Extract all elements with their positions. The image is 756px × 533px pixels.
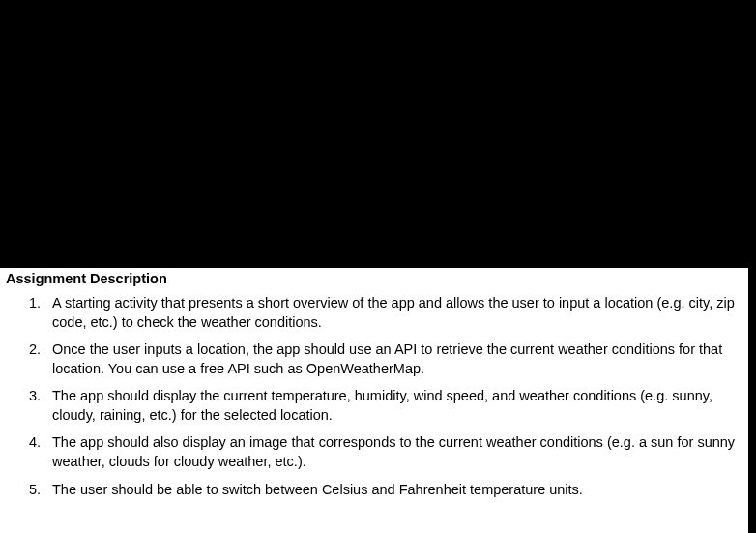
list-number: 5.	[6, 481, 52, 500]
list-number: 1.	[6, 294, 52, 313]
list-item: 5. The user should be able to switch bet…	[6, 481, 737, 500]
section-heading: Assignment Description	[6, 271, 737, 286]
list-item: 3. The app should display the current te…	[6, 387, 737, 425]
list-text: Once the user inputs a location, the app…	[52, 341, 737, 378]
list-number: 3.	[6, 387, 52, 406]
document-content: Assignment Description 1. A starting act…	[0, 268, 748, 533]
list-number: 2.	[6, 341, 52, 360]
list-text: The app should also display an image tha…	[52, 433, 737, 471]
list-item: 4. The app should also display an image …	[6, 433, 737, 471]
list-text: The user should be able to switch betwee…	[52, 481, 737, 500]
requirements-list: 1. A starting activity that presents a s…	[6, 294, 737, 499]
list-item: 1. A starting activity that presents a s…	[6, 294, 737, 332]
list-text: A starting activity that presents a shor…	[52, 294, 737, 332]
list-item: 2. Once the user inputs a location, the …	[6, 341, 737, 378]
list-number: 4.	[6, 433, 52, 453]
list-text: The app should display the current tempe…	[52, 387, 737, 425]
